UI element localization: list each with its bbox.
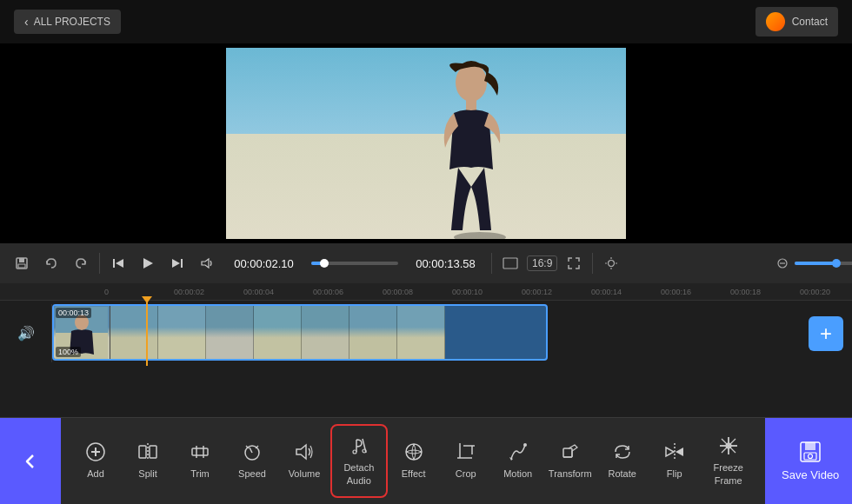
undo-icon — [44, 256, 58, 270]
ruler-mark-6: 00:00:12 — [522, 288, 591, 296]
aspect-ratio-button[interactable] — [497, 250, 523, 276]
svg-rect-30 — [150, 446, 156, 458]
svg-marker-10 — [172, 259, 180, 268]
svg-rect-9 — [181, 259, 183, 268]
ruler-mark-4: 00:00:08 — [383, 288, 452, 296]
ruler-mark-3: 00:00:06 — [313, 288, 383, 296]
tool-trim[interactable]: Trim — [174, 424, 226, 498]
tool-detach-audio[interactable]: Detach Audio — [330, 424, 388, 498]
save-video-icon — [799, 441, 822, 463]
tool-flip[interactable]: Flip — [649, 424, 701, 498]
all-projects-button[interactable]: ALL PROJECTS — [14, 10, 121, 34]
tool-freeze-frame[interactable]: Freeze Frame — [701, 424, 756, 498]
tool-volume[interactable]: Volume — [278, 424, 330, 498]
brightness-button[interactable] — [598, 250, 624, 276]
save-video-label: Save Video — [782, 468, 839, 481]
volume-icon — [200, 256, 214, 270]
back-button[interactable] — [0, 418, 61, 504]
ruler-mark-5: 00:00:10 — [452, 288, 522, 296]
zoom-controls — [777, 250, 843, 276]
tool-detach-audio-label: Detach Audio — [341, 461, 377, 487]
svg-rect-60 — [805, 442, 815, 450]
contact-button[interactable]: Contact — [755, 7, 838, 36]
track-volume-icon[interactable]: 🔊 — [17, 325, 35, 342]
tool-split-label: Split — [138, 468, 156, 480]
rotate-icon — [612, 441, 633, 462]
playback-toolbar: 00:00:02.10 00:00:13.58 16:9 — [0, 243, 852, 283]
top-bar: ALL PROJECTS Contact — [0, 0, 852, 43]
timeline-area: 0 00:00:02 00:00:04 00:00:06 00:00:08 00… — [0, 283, 852, 417]
strip-thumb-2 — [158, 306, 206, 359]
svg-marker-11 — [202, 259, 209, 268]
video-track[interactable]: 00:00:13 100% — [52, 304, 548, 361]
contact-label: Contact — [792, 16, 828, 28]
zoom-fill — [795, 262, 836, 265]
tool-split[interactable]: Split — [122, 424, 174, 498]
svg-marker-53 — [676, 448, 683, 456]
svg-point-47 — [523, 443, 527, 447]
ruler-mark-0: 0 — [104, 288, 174, 296]
strip-thumb-5 — [302, 306, 349, 359]
volume-tool-icon — [294, 441, 315, 462]
total-time: 00:00:13.58 — [409, 257, 483, 270]
track-controls: 🔊 — [0, 304, 52, 362]
skip-back-icon — [111, 256, 125, 270]
svg-rect-48 — [563, 448, 572, 457]
add-icon — [85, 441, 106, 462]
tool-motion[interactable]: Motion — [492, 424, 544, 498]
undo-button[interactable] — [38, 250, 64, 276]
add-track-button[interactable]: + — [809, 316, 843, 351]
skip-forward-icon — [170, 256, 184, 270]
tool-add[interactable]: Add — [70, 424, 122, 498]
track-row: 🔊 00:00:13 100% — [0, 301, 852, 366]
tool-speed[interactable]: Speed — [226, 424, 278, 498]
tool-volume-label: Volume — [289, 468, 321, 480]
tool-transform[interactable]: Transform — [544, 424, 596, 498]
split-icon — [137, 441, 158, 462]
redo-icon — [74, 256, 88, 270]
track-content: 00:00:13 100% — [52, 304, 852, 362]
fullscreen-button[interactable] — [561, 250, 587, 276]
zoom-bar[interactable] — [795, 262, 852, 265]
svg-marker-52 — [666, 448, 674, 456]
tool-rotate[interactable]: Rotate — [596, 424, 649, 498]
svg-rect-29 — [139, 446, 146, 458]
zoom-out-button[interactable] — [777, 250, 788, 276]
save-icon — [15, 256, 29, 270]
redo-button[interactable] — [68, 250, 94, 276]
progress-bar[interactable] — [311, 262, 398, 265]
tool-effect-label: Effect — [402, 468, 426, 480]
aspect-ratio-icon — [503, 257, 518, 269]
svg-rect-4 — [19, 258, 24, 262]
sep-1 — [99, 253, 100, 274]
save-project-button[interactable] — [9, 250, 35, 276]
volume-button[interactable] — [194, 250, 220, 276]
svg-point-62 — [809, 454, 813, 459]
ruler-mark-7: 00:00:14 — [591, 288, 661, 296]
play-button[interactable] — [135, 250, 161, 276]
contact-avatar — [766, 12, 785, 31]
tool-trim-label: Trim — [190, 468, 210, 480]
tool-speed-label: Speed — [238, 468, 266, 480]
track-thumbnail-first: 00:00:13 100% — [54, 306, 110, 359]
sep-2 — [491, 253, 492, 274]
playhead[interactable] — [146, 301, 148, 366]
thumbnails-strip — [110, 306, 546, 359]
transform-icon — [560, 441, 581, 462]
all-projects-label: ALL PROJECTS — [34, 16, 110, 28]
zoom-dot — [832, 259, 841, 268]
svg-rect-5 — [18, 264, 25, 268]
svg-rect-12 — [503, 258, 517, 269]
progress-dot — [320, 259, 329, 268]
tool-motion-label: Motion — [503, 468, 532, 480]
ruler-numbers: 0 00:00:02 00:00:04 00:00:06 00:00:08 00… — [52, 288, 852, 296]
tool-crop[interactable]: Crop — [440, 424, 492, 498]
detach-audio-icon — [349, 435, 369, 456]
skip-back-button[interactable] — [105, 250, 131, 276]
save-video-button[interactable]: Save Video — [765, 418, 852, 504]
skip-forward-button[interactable] — [164, 250, 190, 276]
freeze-frame-icon — [718, 435, 739, 456]
svg-point-42 — [406, 444, 422, 460]
tool-effect[interactable]: Effect — [388, 424, 440, 498]
crop-icon — [456, 441, 476, 462]
